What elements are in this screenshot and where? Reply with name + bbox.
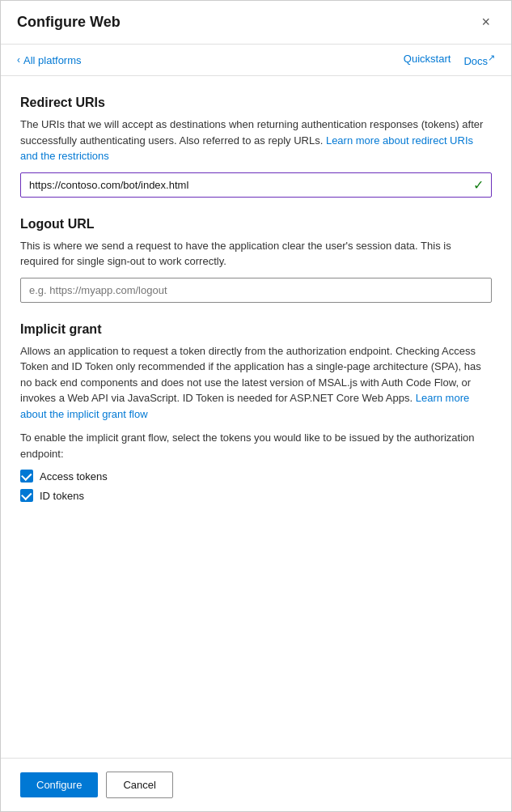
access-tokens-label: Access tokens [40,470,108,483]
docs-label: Docs [463,55,488,67]
cancel-button[interactable]: Cancel [106,772,172,798]
configure-button[interactable]: Configure [20,772,98,797]
logout-url-description: This is where we send a request to have … [20,238,492,270]
implicit-grant-description: Allows an application to request a token… [20,343,492,423]
configure-web-dialog: Configure Web × ‹ All platforms Quicksta… [0,0,512,812]
implicit-grant-title: Implicit grant [20,322,492,337]
chevron-left-icon: ‹ [17,54,20,66]
back-link-label: All platforms [23,54,82,66]
implicit-grant-section: Implicit grant Allows an application to … [20,322,492,503]
close-button[interactable]: × [476,12,495,32]
dialog-header: Configure Web × [1,1,511,45]
nav-bar: ‹ All platforms Quickstart Docs↗ [1,45,511,76]
id-tokens-label: ID tokens [40,490,84,502]
dialog-title: Configure Web [17,14,121,31]
implicit-grant-desc-text: Allows an application to request a token… [20,345,481,405]
logout-url-title: Logout URL [20,217,492,232]
logout-url-section: Logout URL This is where we send a reque… [20,217,492,303]
dialog-footer: Configure Cancel [1,758,511,811]
access-tokens-checkbox-visual [20,470,33,483]
redirect-uris-title: Redirect URIs [20,96,492,110]
external-link-icon: ↗ [488,53,495,62]
redirect-uris-description: The URIs that we will accept as destinat… [20,117,492,164]
token-checkboxes: Access tokens ID tokens [20,470,492,502]
logout-url-input[interactable] [20,278,492,303]
id-tokens-checkbox-item[interactable]: ID tokens [20,489,492,502]
redirect-uri-input-wrapper: ✓ [20,172,492,198]
id-tokens-checkbox-visual [20,489,33,502]
docs-link[interactable]: Docs↗ [463,53,495,67]
redirect-uris-section: Redirect URIs The URIs that we will acce… [20,96,492,198]
nav-right: Quickstart Docs↗ [404,53,495,67]
quickstart-link[interactable]: Quickstart [404,53,451,67]
access-tokens-checkbox-item[interactable]: Access tokens [20,470,492,483]
redirect-uri-input[interactable] [20,172,492,198]
back-link[interactable]: ‹ All platforms [17,54,82,66]
implicit-grant-enable-description: To enable the implicit grant flow, selec… [20,430,492,461]
dialog-content: Redirect URIs The URIs that we will acce… [1,76,511,758]
valid-check-icon: ✓ [473,177,484,193]
